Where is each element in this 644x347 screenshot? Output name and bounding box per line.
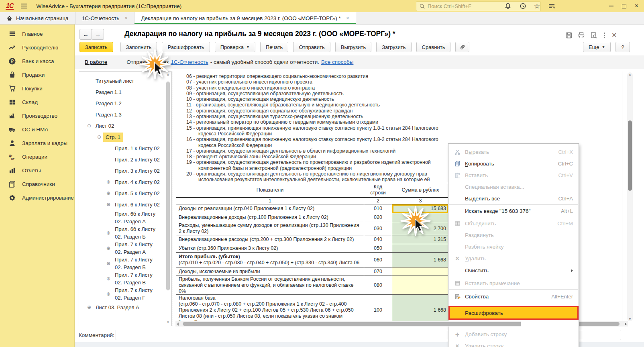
status-state-link[interactable]: В работе: [85, 59, 107, 65]
indicator-label-cell: Расходы, уменьшающие сумму доходов от ре…: [176, 222, 364, 235]
sidebar-item-производство[interactable]: Производство: [0, 109, 74, 122]
sidebar-item-отчеты[interactable]: Отчеты: [0, 163, 74, 177]
tree-item[interactable]: Прил. 2 к Листу 02: [79, 154, 171, 165]
expand-icon[interactable]: ⊕: [106, 178, 110, 186]
menu-item-выделить-все[interactable]: Выделить всеCtrl+A: [448, 193, 579, 204]
tree-item[interactable]: ⊕Прил. 6б к Листу 02. Раздел Б: [79, 225, 171, 241]
bell-icon[interactable]: [504, 2, 512, 10]
more-menu-icon[interactable]: [603, 33, 606, 38]
table-row[interactable]: Убытки (стр.360 Приложения 3 к Листу 02)…: [176, 244, 449, 253]
amount-cell[interactable]: [392, 267, 449, 276]
сравнить-button[interactable]: Сравнить: [416, 42, 451, 52]
expand-icon[interactable]: ⊕: [106, 260, 110, 267]
main-menu-icon[interactable]: [21, 4, 27, 8]
menu-item-очистить[interactable]: Очистить: [448, 264, 579, 277]
tree-item[interactable]: Прил. 3 к Листу 02: [79, 165, 171, 176]
expand-icon[interactable]: ⊕: [106, 275, 110, 283]
menu-item-копировать[interactable]: КопироватьCtrl+C: [448, 158, 579, 169]
print-icon[interactable]: [578, 32, 585, 39]
sidebar-item-операции[interactable]: ДтКтОперации: [0, 150, 74, 163]
tree-item-label: Лист 03. Раздел А: [96, 304, 139, 311]
save-button[interactable]: Записать: [79, 42, 113, 52]
sidebar-item-покупки[interactable]: Покупки: [0, 82, 74, 95]
проверка-button[interactable]: Проверка▼: [215, 42, 255, 52]
tree-item[interactable]: ⊕Прил. 7 к Листу 02. Раздел В: [79, 271, 171, 286]
tree-item[interactable]: Раздел 1.2: [79, 98, 171, 109]
restore-button[interactable]: [622, 4, 626, 8]
sidebar-item-банк-и-касса[interactable]: ₽Банк и касса: [0, 54, 74, 68]
help-button[interactable]: ?: [615, 42, 630, 52]
tab-1c-reporting[interactable]: 1С-Отчетность ×: [75, 12, 135, 24]
tab-close-icon[interactable]: ×: [346, 15, 349, 21]
загрузить-button[interactable]: Загрузить: [376, 42, 411, 52]
expand-icon[interactable]: ⊕: [87, 304, 91, 311]
menu-item-искать-везде-15-683-376-[interactable]: Искать везде "15 683 376"Alt+L: [448, 205, 579, 217]
tree-item[interactable]: ⊕Прил. 7 к Листу 02. Раздел А: [79, 241, 171, 256]
tab-home[interactable]: Начальная страница: [0, 12, 75, 24]
expand-icon[interactable]: ⊕: [106, 245, 110, 252]
functions-icon[interactable]: [548, 2, 556, 10]
sidebar-item-ос-и-нма[interactable]: ОС и НМА: [0, 122, 74, 136]
tab-declaration-active[interactable]: Декларация по налогу на прибыль за 9 мес…: [135, 12, 356, 24]
collapse-icon[interactable]: ⊖: [97, 133, 101, 141]
favorites-star-icon[interactable]: ☆: [534, 3, 540, 10]
sidebar-item-зарплата-и-кадры[interactable]: Зарплата и кадры: [0, 136, 74, 150]
menu-icon: [8, 30, 16, 38]
1c-reporting-link[interactable]: 1С-Отчетность: [171, 59, 208, 65]
amount-cell[interactable]: 1 668: [392, 253, 449, 267]
close-document-icon[interactable]: ✕: [611, 32, 617, 39]
tree-item[interactable]: Раздел 1.1: [79, 86, 171, 98]
collapse-icon[interactable]: ⊖: [87, 122, 91, 130]
печать-button[interactable]: Печать: [260, 42, 289, 52]
menu-item-свойства[interactable]: СвойстваAlt+Enter: [448, 290, 579, 303]
sidebar-item-руководителю[interactable]: Руководителю: [0, 41, 74, 54]
sidebar-item-главное[interactable]: Главное: [0, 27, 74, 41]
expand-icon[interactable]: ⊕: [106, 201, 110, 208]
preview-icon[interactable]: [590, 32, 597, 39]
amount-cell[interactable]: [392, 276, 449, 295]
tree-item[interactable]: Прил. 6б к Листу 02. Раздел А: [79, 210, 171, 225]
tree-item[interactable]: Прил. 1 к Листу 02: [79, 143, 171, 154]
minimize-button[interactable]: [609, 6, 613, 6]
vertical-scrollbar-thumb[interactable]: [628, 120, 632, 191]
tree-item[interactable]: Раздел 1.3: [79, 109, 171, 120]
table-row[interactable]: Итого прибыль (убыток)(стр.010 + стр.020…: [176, 253, 449, 267]
line-code-cell: 020: [364, 213, 392, 222]
sidebar-item-администрирование[interactable]: Администрирование: [0, 191, 74, 204]
horizontal-scrollbar-thumb[interactable]: [183, 322, 521, 326]
отправить-button[interactable]: Отправить: [293, 42, 330, 52]
expand-icon[interactable]: ⊕: [106, 229, 110, 237]
back-button[interactable]: ←: [79, 29, 92, 40]
tree-item[interactable]: ⊖Стр. 1: [79, 131, 171, 143]
table-row[interactable]: Прибыль, полученная Банком России от осу…: [176, 276, 449, 295]
amount-cell[interactable]: [392, 244, 449, 253]
save-icon[interactable]: [565, 32, 573, 39]
attach-button[interactable]: [455, 42, 469, 52]
table-row[interactable]: Доходы, исключаемые из прибыли070: [176, 267, 449, 276]
tree-item[interactable]: ⊖Лист 02: [79, 120, 171, 131]
tree-item[interactable]: ⊕Прил. 6 к Листу 02: [79, 199, 171, 210]
tree-item[interactable]: ⊕Прил. 7 к Листу 02. Раздел Б: [79, 256, 171, 271]
sidebar-item-справочники[interactable]: Справочники: [0, 177, 74, 191]
sidebar-item-продажи[interactable]: Продажи: [0, 68, 74, 82]
forward-button[interactable]: →: [92, 29, 104, 40]
horizontal-scrollbar-right[interactable]: [578, 321, 628, 327]
expand-icon[interactable]: ⊕: [106, 190, 110, 197]
all-methods-link[interactable]: Все способы: [321, 59, 353, 65]
more-button[interactable]: Еще▼: [583, 42, 611, 52]
tree-item[interactable]: ⊕Лист 03. Раздел А: [79, 302, 171, 313]
horizontal-scrollbar[interactable]: [175, 321, 521, 327]
tab-close-icon[interactable]: ×: [124, 15, 128, 21]
выгрузить-button[interactable]: Выгрузить: [335, 42, 371, 52]
close-window-button[interactable]: ×: [635, 3, 638, 9]
vertical-scrollbar[interactable]: ▲ ▼: [627, 72, 633, 321]
sidebar-item-склад[interactable]: Склад: [0, 95, 74, 109]
code-line: 16 - организация, применяющая пониженную…: [186, 137, 458, 148]
history-icon[interactable]: [519, 2, 526, 10]
tree-item[interactable]: ⊕Прил. 4 к Листу 02: [79, 176, 171, 188]
expand-icon[interactable]: ⊕: [106, 290, 110, 298]
tree-item-label: Прил. 1 к Листу 02: [115, 145, 160, 152]
tree-item[interactable]: ⊕Прил. 5 к Листу 02: [79, 188, 171, 199]
menu-item-расшифровать[interactable]: Расшифровать: [448, 306, 579, 320]
tree-item[interactable]: ⊕Прил. 7 к Листу 02. Раздел Г: [79, 286, 171, 302]
